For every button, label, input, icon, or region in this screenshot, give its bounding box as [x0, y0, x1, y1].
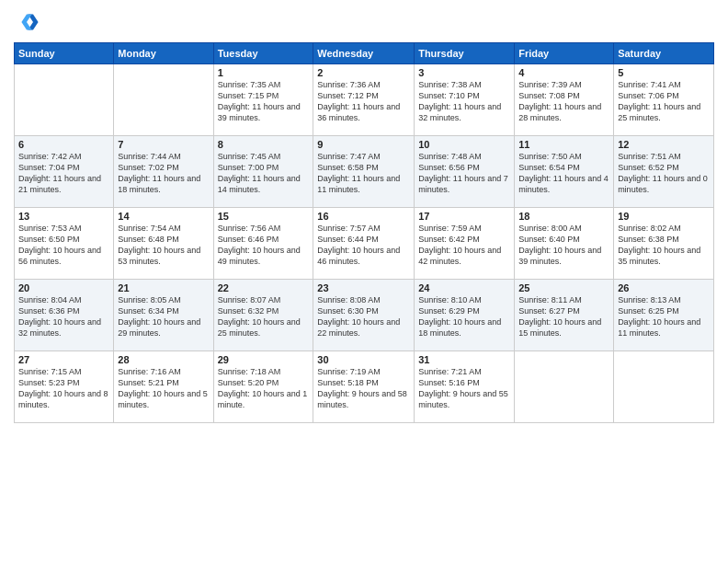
week-row-3: 13Sunrise: 7:53 AM Sunset: 6:50 PM Dayli… — [15, 208, 714, 280]
day-cell: 28Sunrise: 7:16 AM Sunset: 5:21 PM Dayli… — [114, 351, 213, 423]
day-number: 21 — [118, 282, 209, 293]
day-number: 6 — [18, 139, 109, 150]
col-header-sunday: Sunday — [15, 43, 114, 64]
day-cell: 9Sunrise: 7:47 AM Sunset: 6:58 PM Daylig… — [313, 136, 415, 208]
col-header-wednesday: Wednesday — [313, 43, 415, 64]
day-cell: 7Sunrise: 7:44 AM Sunset: 7:02 PM Daylig… — [114, 136, 213, 208]
day-number: 18 — [518, 211, 609, 222]
day-number: 10 — [418, 139, 510, 150]
day-cell — [15, 64, 114, 136]
day-cell: 5Sunrise: 7:41 AM Sunset: 7:06 PM Daylig… — [614, 64, 714, 136]
day-info: Sunrise: 7:36 AM Sunset: 7:12 PM Dayligh… — [317, 79, 410, 124]
col-header-tuesday: Tuesday — [213, 43, 313, 64]
day-number: 16 — [317, 211, 410, 222]
day-info: Sunrise: 7:38 AM Sunset: 7:10 PM Dayligh… — [418, 79, 510, 124]
calendar-header-row: SundayMondayTuesdayWednesdayThursdayFrid… — [15, 43, 714, 64]
day-cell: 19Sunrise: 8:02 AM Sunset: 6:38 PM Dayli… — [614, 208, 714, 280]
day-info: Sunrise: 7:45 AM Sunset: 7:00 PM Dayligh… — [218, 151, 310, 196]
day-info: Sunrise: 8:05 AM Sunset: 6:34 PM Dayligh… — [118, 294, 209, 339]
day-cell: 4Sunrise: 7:39 AM Sunset: 7:08 PM Daylig… — [515, 64, 614, 136]
day-cell: 17Sunrise: 7:59 AM Sunset: 6:42 PM Dayli… — [415, 208, 515, 280]
day-info: Sunrise: 7:39 AM Sunset: 7:08 PM Dayligh… — [518, 79, 609, 124]
day-number: 8 — [218, 139, 310, 150]
day-number: 23 — [317, 282, 410, 293]
day-number: 4 — [518, 67, 609, 78]
day-number: 7 — [118, 139, 209, 150]
col-header-monday: Monday — [114, 43, 213, 64]
day-cell: 24Sunrise: 8:10 AM Sunset: 6:29 PM Dayli… — [415, 280, 515, 351]
day-cell: 10Sunrise: 7:48 AM Sunset: 6:56 PM Dayli… — [415, 136, 515, 208]
day-number: 3 — [418, 67, 510, 78]
week-row-1: 1Sunrise: 7:35 AM Sunset: 7:15 PM Daylig… — [15, 64, 714, 136]
day-number: 1 — [218, 67, 310, 78]
day-cell — [114, 64, 213, 136]
header — [14, 9, 714, 35]
day-info: Sunrise: 8:13 AM Sunset: 6:25 PM Dayligh… — [618, 294, 710, 339]
day-cell: 15Sunrise: 7:56 AM Sunset: 6:46 PM Dayli… — [213, 208, 313, 280]
day-info: Sunrise: 8:02 AM Sunset: 6:38 PM Dayligh… — [618, 223, 710, 268]
day-cell — [515, 351, 614, 423]
day-number: 5 — [618, 67, 710, 78]
week-row-4: 20Sunrise: 8:04 AM Sunset: 6:36 PM Dayli… — [15, 280, 714, 351]
day-cell: 14Sunrise: 7:54 AM Sunset: 6:48 PM Dayli… — [114, 208, 213, 280]
day-number: 2 — [317, 67, 410, 78]
day-number: 9 — [317, 139, 410, 150]
day-number: 26 — [618, 282, 710, 293]
day-number: 25 — [518, 282, 609, 293]
day-cell: 1Sunrise: 7:35 AM Sunset: 7:15 PM Daylig… — [213, 64, 313, 136]
day-info: Sunrise: 7:51 AM Sunset: 6:52 PM Dayligh… — [618, 151, 710, 196]
day-number: 20 — [18, 282, 109, 293]
day-cell: 3Sunrise: 7:38 AM Sunset: 7:10 PM Daylig… — [415, 64, 515, 136]
day-number: 24 — [418, 282, 510, 293]
col-header-friday: Friday — [515, 43, 614, 64]
logo-icon — [14, 9, 40, 35]
day-info: Sunrise: 8:00 AM Sunset: 6:40 PM Dayligh… — [518, 223, 609, 268]
day-cell: 20Sunrise: 8:04 AM Sunset: 6:36 PM Dayli… — [15, 280, 114, 351]
day-number: 30 — [317, 354, 410, 365]
day-cell — [614, 351, 714, 423]
day-info: Sunrise: 7:50 AM Sunset: 6:54 PM Dayligh… — [518, 151, 609, 196]
col-header-thursday: Thursday — [415, 43, 515, 64]
week-row-5: 27Sunrise: 7:15 AM Sunset: 5:23 PM Dayli… — [15, 351, 714, 423]
day-cell: 29Sunrise: 7:18 AM Sunset: 5:20 PM Dayli… — [213, 351, 313, 423]
day-info: Sunrise: 7:54 AM Sunset: 6:48 PM Dayligh… — [118, 223, 209, 268]
day-cell: 27Sunrise: 7:15 AM Sunset: 5:23 PM Dayli… — [15, 351, 114, 423]
day-number: 28 — [118, 354, 209, 365]
day-number: 22 — [218, 282, 310, 293]
day-info: Sunrise: 7:44 AM Sunset: 7:02 PM Dayligh… — [118, 151, 209, 196]
day-number: 27 — [18, 354, 109, 365]
day-info: Sunrise: 7:48 AM Sunset: 6:56 PM Dayligh… — [418, 151, 510, 196]
day-number: 12 — [618, 139, 710, 150]
day-info: Sunrise: 7:57 AM Sunset: 6:44 PM Dayligh… — [317, 223, 410, 268]
day-info: Sunrise: 8:11 AM Sunset: 6:27 PM Dayligh… — [518, 294, 609, 339]
day-info: Sunrise: 7:18 AM Sunset: 5:20 PM Dayligh… — [218, 366, 310, 411]
day-cell: 2Sunrise: 7:36 AM Sunset: 7:12 PM Daylig… — [313, 64, 415, 136]
day-info: Sunrise: 8:08 AM Sunset: 6:30 PM Dayligh… — [317, 294, 410, 339]
day-cell: 30Sunrise: 7:19 AM Sunset: 5:18 PM Dayli… — [313, 351, 415, 423]
day-info: Sunrise: 7:56 AM Sunset: 6:46 PM Dayligh… — [218, 223, 310, 268]
day-cell: 16Sunrise: 7:57 AM Sunset: 6:44 PM Dayli… — [313, 208, 415, 280]
calendar-table: SundayMondayTuesdayWednesdayThursdayFrid… — [14, 42, 714, 423]
day-info: Sunrise: 7:21 AM Sunset: 5:16 PM Dayligh… — [418, 366, 510, 411]
day-number: 17 — [418, 211, 510, 222]
week-row-2: 6Sunrise: 7:42 AM Sunset: 7:04 PM Daylig… — [15, 136, 714, 208]
day-number: 19 — [618, 211, 710, 222]
day-cell: 11Sunrise: 7:50 AM Sunset: 6:54 PM Dayli… — [515, 136, 614, 208]
day-cell: 6Sunrise: 7:42 AM Sunset: 7:04 PM Daylig… — [15, 136, 114, 208]
day-info: Sunrise: 8:04 AM Sunset: 6:36 PM Dayligh… — [18, 294, 109, 339]
day-number: 31 — [418, 354, 510, 365]
day-info: Sunrise: 7:41 AM Sunset: 7:06 PM Dayligh… — [618, 79, 710, 124]
day-cell: 13Sunrise: 7:53 AM Sunset: 6:50 PM Dayli… — [15, 208, 114, 280]
day-info: Sunrise: 7:42 AM Sunset: 7:04 PM Dayligh… — [18, 151, 109, 196]
day-info: Sunrise: 7:47 AM Sunset: 6:58 PM Dayligh… — [317, 151, 410, 196]
day-info: Sunrise: 7:59 AM Sunset: 6:42 PM Dayligh… — [418, 223, 510, 268]
day-cell: 26Sunrise: 8:13 AM Sunset: 6:25 PM Dayli… — [614, 280, 714, 351]
day-cell: 23Sunrise: 8:08 AM Sunset: 6:30 PM Dayli… — [313, 280, 415, 351]
day-info: Sunrise: 7:19 AM Sunset: 5:18 PM Dayligh… — [317, 366, 410, 411]
day-cell: 31Sunrise: 7:21 AM Sunset: 5:16 PM Dayli… — [415, 351, 515, 423]
day-number: 15 — [218, 211, 310, 222]
day-info: Sunrise: 7:16 AM Sunset: 5:21 PM Dayligh… — [118, 366, 209, 411]
day-number: 13 — [18, 211, 109, 222]
day-number: 29 — [218, 354, 310, 365]
page: SundayMondayTuesdayWednesdayThursdayFrid… — [0, 0, 728, 563]
